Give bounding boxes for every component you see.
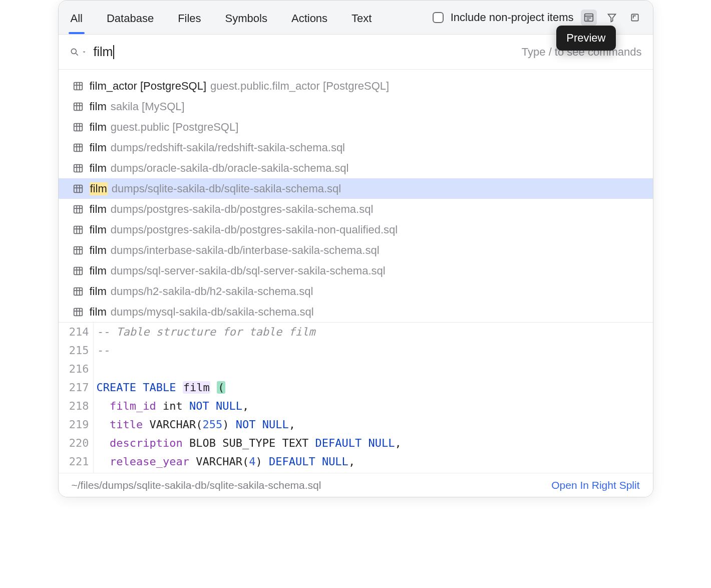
- svg-rect-20: [74, 144, 82, 151]
- table-icon: [73, 224, 84, 235]
- list-item[interactable]: filmdumps/oracle-sakila-db/oracle-sakila…: [59, 158, 653, 178]
- list-item[interactable]: film_actor [PostgreSQL]guest.public.film…: [59, 76, 653, 96]
- table-icon: [73, 286, 84, 297]
- svg-rect-24: [74, 164, 82, 172]
- svg-rect-16: [74, 123, 82, 131]
- svg-rect-40: [74, 246, 82, 254]
- tab-actions[interactable]: Actions: [289, 2, 329, 33]
- table-icon: [73, 204, 84, 215]
- text-cursor: [113, 45, 114, 59]
- list-item[interactable]: filmdumps/h2-sakila-db/h2-sakila-schema.…: [59, 281, 653, 302]
- svg-rect-28: [74, 185, 82, 192]
- search-tabs-bar: All Database Files Symbols Actions Text …: [59, 1, 653, 35]
- list-item[interactable]: filmdumps/sqlite-sakila-db/sqlite-sakila…: [59, 178, 653, 199]
- svg-rect-44: [74, 267, 82, 274]
- svg-rect-5: [631, 14, 638, 21]
- svg-rect-8: [74, 82, 82, 90]
- footer-path: ~/files/dumps/sqlite-sakila-db/sqlite-sa…: [72, 479, 321, 491]
- preview-tooltip: Preview: [556, 26, 615, 51]
- filter-button[interactable]: [604, 10, 620, 26]
- tab-files[interactable]: Files: [176, 2, 203, 33]
- svg-rect-48: [74, 287, 82, 295]
- svg-point-6: [71, 49, 76, 54]
- tab-all[interactable]: All: [69, 2, 85, 33]
- svg-rect-12: [74, 103, 82, 110]
- editor-code[interactable]: -- Table structure for table film-- CREA…: [94, 323, 402, 476]
- chevron-down-icon: [82, 50, 87, 55]
- table-icon: [73, 81, 84, 92]
- list-item[interactable]: filmdumps/mysql-sakila-db/sakila-schema.…: [59, 302, 653, 322]
- tab-symbols[interactable]: Symbols: [223, 2, 269, 33]
- svg-line-7: [76, 53, 78, 55]
- list-item[interactable]: filmdumps/interbase-sakila-db/interbase-…: [59, 240, 653, 260]
- list-item[interactable]: filmdumps/postgres-sakila-db/postgres-sa…: [59, 219, 653, 240]
- open-window-icon: [630, 13, 640, 23]
- svg-rect-32: [74, 205, 82, 213]
- svg-rect-36: [74, 226, 82, 233]
- list-item[interactable]: filmguest.public [PostgreSQL]: [59, 117, 653, 137]
- pin-window-button[interactable]: [627, 10, 643, 26]
- tab-text[interactable]: Text: [349, 2, 374, 33]
- editor-preview: 214215216217218219220221222 -- Table str…: [59, 322, 653, 476]
- list-item[interactable]: filmdumps/redshift-sakila/redshift-sakil…: [59, 137, 653, 158]
- list-item[interactable]: filmsakila [MySQL]: [59, 96, 653, 117]
- preview-icon: [583, 12, 594, 23]
- include-nonproject-checkbox[interactable]: [433, 12, 444, 23]
- include-nonproject-label: Include non-project items: [451, 11, 574, 24]
- table-icon: [73, 122, 84, 133]
- svg-marker-4: [608, 14, 615, 22]
- results-list: film_actor [PostgreSQL]guest.public.film…: [59, 70, 653, 322]
- table-icon: [73, 163, 84, 174]
- filter-icon: [607, 13, 617, 23]
- svg-rect-52: [74, 308, 82, 316]
- table-icon: [73, 307, 84, 318]
- open-in-right-split-link[interactable]: Open In Right Split: [551, 479, 639, 491]
- list-item[interactable]: filmdumps/postgres-sakila-db/postgres-sa…: [59, 199, 653, 219]
- search-icon[interactable]: [70, 47, 87, 57]
- preview-toggle-button[interactable]: [581, 10, 597, 26]
- table-icon: [73, 142, 84, 153]
- list-item[interactable]: filmdumps/sql-server-sakila-db/sql-serve…: [59, 260, 653, 281]
- table-icon: [73, 101, 84, 112]
- table-icon: [73, 245, 84, 256]
- table-icon: [73, 265, 84, 276]
- tab-database[interactable]: Database: [105, 2, 156, 33]
- footer-bar: ~/files/dumps/sqlite-sakila-db/sqlite-sa…: [59, 473, 653, 497]
- editor-gutter: 214215216217218219220221222: [59, 323, 94, 476]
- search-input[interactable]: film: [94, 45, 522, 59]
- table-icon: [73, 183, 84, 194]
